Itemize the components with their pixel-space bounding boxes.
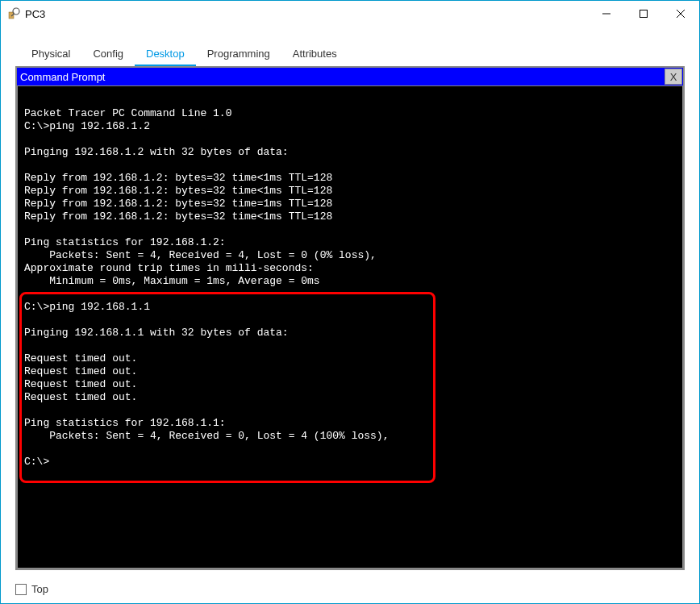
tab-physical[interactable]: Physical [20,43,81,66]
terminal-line: Packet Tracer PC Command Line 1.0 [24,107,676,120]
terminal-line: Request timed out. [24,391,676,404]
terminal-line: Reply from 192.168.1.2: bytes=32 time<1m… [24,172,676,185]
maximize-button[interactable] [625,1,662,27]
panel-title: Command Prompt [17,71,105,83]
terminal-line: Pinging 192.168.1.2 with 32 bytes of dat… [24,146,676,159]
terminal-line [24,94,676,107]
terminal-line: Pinging 192.168.1.1 with 32 bytes of dat… [24,327,676,339]
terminal-line: Approximate round trip times in milli-se… [24,262,676,275]
window-title: PC3 [25,8,588,20]
terminal[interactable]: Packet Tracer PC Command Line 1.0C:\>pin… [17,85,683,569]
tab-programming[interactable]: Programming [196,43,281,66]
terminal-line: Request timed out. [24,365,676,378]
minimize-button[interactable] [588,1,625,27]
terminal-line: Minimum = 0ms, Maximum = 1ms, Average = … [24,275,676,288]
tabs-row: Physical Config Desktop Programming Attr… [1,27,699,66]
terminal-line: Request timed out. [24,352,676,365]
bottom-bar: Top [1,578,699,603]
content-area: Physical Config Desktop Programming Attr… [1,27,699,603]
terminal-line: Packets: Sent = 4, Received = 4, Lost = … [24,249,676,262]
terminal-line: Reply from 192.168.1.2: bytes=32 time<1m… [24,210,676,223]
terminal-line [24,339,676,352]
terminal-line [24,288,676,301]
terminal-line: Request timed out. [24,378,676,391]
panel-close-button[interactable]: X [665,69,682,85]
tab-attributes[interactable]: Attributes [281,43,348,66]
terminal-line [24,223,676,236]
tab-desktop[interactable]: Desktop [135,43,196,66]
close-button[interactable] [662,1,699,27]
terminal-line: Packets: Sent = 4, Received = 0, Lost = … [24,430,676,443]
terminal-line: C:\>ping 192.168.1.1 [24,301,676,314]
top-checkbox[interactable] [15,584,27,595]
terminal-line: C:\> [24,456,676,469]
titlebar: PC3 [1,1,699,27]
terminal-line [24,404,676,417]
terminal-line [24,443,676,456]
window-frame: PC3 Physical Config Desktop Programming … [0,0,700,604]
terminal-line [24,133,676,146]
terminal-line: Reply from 192.168.1.2: bytes=32 time<1m… [24,185,676,198]
svg-rect-4 [640,10,648,18]
command-prompt-panel: Command Prompt X Packet Tracer PC Comman… [15,66,685,570]
tab-config[interactable]: Config [81,43,135,66]
svg-line-5 [677,10,685,18]
app-icon [7,7,20,20]
terminal-line [24,314,676,327]
top-checkbox-label: Top [31,583,48,595]
top-checkbox-wrap[interactable]: Top [15,583,48,595]
terminal-line: Ping statistics for 192.168.1.2: [24,236,676,249]
window-controls [588,1,699,27]
terminal-line: C:\>ping 192.168.1.2 [24,120,676,133]
terminal-line: Ping statistics for 192.168.1.1: [24,417,676,430]
panel-titlebar: Command Prompt X [17,68,683,85]
terminal-line [24,159,676,172]
terminal-line: Reply from 192.168.1.2: bytes=32 time=1m… [24,198,676,210]
svg-line-6 [677,10,685,18]
